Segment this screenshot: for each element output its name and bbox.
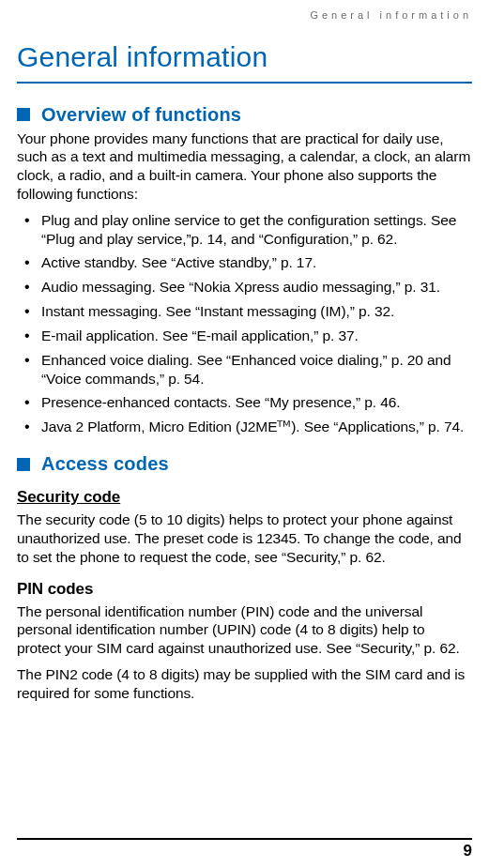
list-item: Active standby. See “Active standby,” p.…: [24, 253, 472, 272]
page-title: General information: [17, 41, 472, 84]
square-bullet-icon: [17, 458, 30, 471]
page-number: 9: [464, 838, 472, 860]
list-item: Audio messaging. See “Nokia Xpress audio…: [24, 278, 472, 297]
list-item: Plug and play online service to get the …: [24, 211, 472, 249]
list-item: Instant messaging. See “Instant messagin…: [24, 302, 472, 321]
subheading-security-code: Security code: [17, 488, 472, 507]
running-header: General information: [17, 9, 472, 21]
overview-bullet-list: Plug and play online service to get the …: [17, 211, 472, 436]
page-container: General information General information …: [0, 0, 489, 868]
pin-codes-text-1: The personal identification number (PIN)…: [17, 602, 472, 658]
security-code-text: The security code (5 to 10 digits) helps…: [17, 510, 472, 566]
pin-codes-text-2: The PIN2 code (4 to 8 digits) may be sup…: [17, 665, 472, 703]
section-heading-access-codes: Access codes: [17, 453, 472, 475]
list-item: Java 2 Platform, Micro Edition (J2MEᵀᴹ).…: [24, 418, 472, 436]
list-item: Enhanced voice dialing. See “Enhanced vo…: [24, 351, 472, 388]
list-item: Presence-enhanced contacts. See “My pres…: [24, 393, 472, 412]
section-heading-access-codes-label: Access codes: [41, 453, 169, 475]
section-heading-overview: Overview of functions: [17, 104, 472, 126]
list-item: E-mail application. See “E-mail applicat…: [24, 327, 472, 345]
subheading-pin-codes: PIN codes: [17, 580, 472, 599]
page-number-divider: [17, 838, 472, 840]
overview-intro-text: Your phone provides many functions that …: [17, 129, 472, 204]
section-heading-overview-label: Overview of functions: [41, 104, 241, 126]
square-bullet-icon: [17, 108, 30, 121]
